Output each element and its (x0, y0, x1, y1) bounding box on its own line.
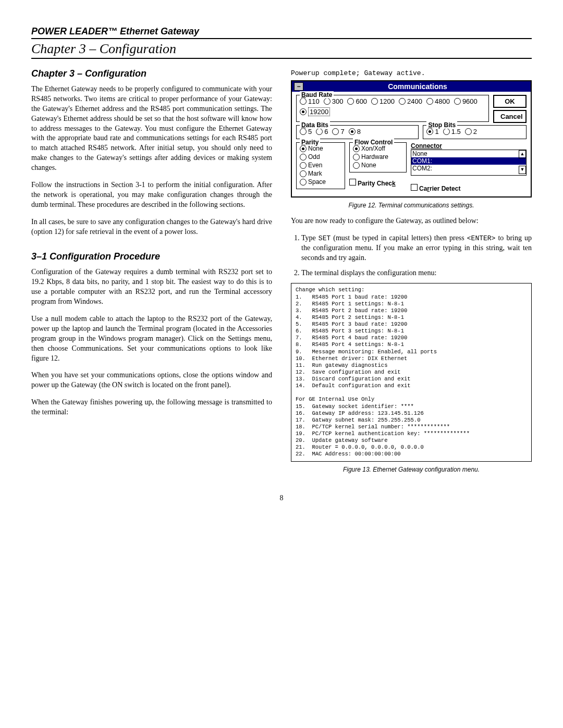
dialog-buttons: OK Cancel (493, 95, 527, 125)
baud-19200[interactable]: 19200 (300, 107, 330, 116)
parity-odd[interactable]: Odd (300, 153, 341, 161)
baud-rate-options: 110 300 600 1200 2400 4800 9600 19200 (300, 97, 485, 116)
data-bits-group: Data Bits 5 6 7 8 (296, 125, 419, 139)
parity-even[interactable]: Even (300, 162, 341, 169)
title-suffix: Ethernet Gateway (117, 26, 199, 36)
para-intro-2: Follow the instructions in Section 3-1 t… (31, 180, 272, 210)
data-7[interactable]: 7 (332, 128, 344, 135)
connector-none[interactable]: None (411, 150, 526, 157)
para-proc-3: When you have set your communications op… (31, 371, 272, 390)
section-heading-ch3: Chapter 3 – Configuration (31, 68, 272, 79)
page-number: 8 (31, 494, 532, 502)
config-menu-output: Change which setting: 1. RS485 Port 1 ba… (291, 283, 532, 461)
powerup-message: Powerup complete; Gateway active. (291, 69, 532, 77)
data-bits-label: Data Bits (300, 121, 330, 129)
figure-12-caption: Figure 12. Terminal communications setti… (291, 202, 532, 209)
ok-button[interactable]: OK (493, 95, 527, 108)
data-8[interactable]: 8 (349, 128, 361, 135)
baud-rate-group: Baud Rate 110 300 600 1200 2400 4800 960… (296, 95, 489, 122)
baud-4800[interactable]: 4800 (426, 97, 450, 105)
stop-1[interactable]: 1 (426, 128, 438, 135)
stop-bits-group: Stop Bits 1 1.5 2 (423, 125, 527, 139)
baud-rate-label: Baud Rate (300, 91, 334, 98)
flow-none[interactable]: None (353, 162, 403, 169)
baud-300[interactable]: 300 (324, 97, 344, 105)
connector-com2[interactable]: COM2: (411, 165, 526, 172)
para-proc-2: Use a null modem cable to attach the lap… (31, 314, 272, 363)
para-intro-3: In all cases, be sure to save any config… (31, 217, 272, 237)
baud-110[interactable]: 110 (300, 97, 320, 105)
baud-2400[interactable]: 2400 (399, 97, 422, 105)
step-2: The terminal displays the configuration … (301, 268, 532, 278)
parity-check-checkbox[interactable]: Parity Check (349, 179, 407, 187)
dialog-title-text: Communications (307, 82, 529, 91)
left-column: Chapter 3 – Configuration The Ethernet G… (31, 68, 272, 480)
parity-space[interactable]: Space (300, 178, 341, 186)
stop-1-5[interactable]: 1.5 (443, 128, 461, 135)
figure-13-caption: Figure 13. Ethernet Gateway configuratio… (291, 466, 532, 473)
config-steps-list: Type SET (must be typed in capital lette… (291, 233, 532, 278)
carrier-detect-checkbox[interactable]: Carrier Detect (411, 184, 527, 192)
data-6[interactable]: 6 (316, 128, 328, 135)
doc-header-subtitle: Chapter 3 – Configuration (31, 41, 532, 57)
parity-mark[interactable]: Mark (300, 170, 341, 177)
header-rule-bottom (31, 58, 532, 59)
step-1: Type SET (must be typed in capital lette… (301, 233, 532, 263)
communications-dialog: − Communications Baud Rate 110 300 600 1… (291, 80, 532, 198)
baud-1200[interactable]: 1200 (371, 97, 395, 105)
dialog-body: Baud Rate 110 300 600 1200 2400 4800 960… (292, 92, 531, 196)
baud-9600[interactable]: 9600 (454, 97, 478, 105)
connector-listbox[interactable]: ▲▼ None COM1: COM2: (411, 150, 527, 176)
section-heading-3-1: 3–1 Configuration Procedure (31, 251, 272, 262)
tm-symbol: ™ (108, 26, 117, 36)
header-rule-top (31, 38, 532, 39)
set-command: SET (319, 235, 331, 242)
connector-group: Connector ▲▼ None COM1: COM2: (411, 142, 527, 176)
right-column: Powerup complete; Gateway active. − Comm… (291, 68, 532, 480)
baud-600[interactable]: 600 (347, 97, 367, 105)
stop-2[interactable]: 2 (465, 128, 477, 135)
connector-com1[interactable]: COM1: (411, 157, 526, 165)
flow-xonxoff[interactable]: Xon/Xoff (353, 145, 403, 152)
scroll-up-icon[interactable]: ▲ (519, 150, 526, 158)
stop-bits-label: Stop Bits (426, 121, 457, 129)
flow-control-group: Flow Control Xon/Xoff Hardware None (349, 142, 407, 172)
doc-header-title: POWER LEADER™ Ethernet Gateway (31, 26, 532, 37)
para-ready: You are now ready to configure the Gatew… (291, 216, 532, 226)
dialog-titlebar[interactable]: − Communications (292, 81, 531, 92)
para-intro-1: The Ethernet Gateway needs to be properl… (31, 84, 272, 173)
parity-none[interactable]: None (300, 145, 341, 152)
cancel-button[interactable]: Cancel (493, 110, 527, 123)
para-proc-1: Configuration of the Gateway requires a … (31, 267, 272, 307)
title-prefix: POWER LEADER (31, 26, 108, 36)
parity-label: Parity (300, 139, 320, 146)
connector-label: Connector (411, 142, 442, 150)
data-5[interactable]: 5 (300, 128, 312, 135)
parity-group: Parity None Odd Even Mark Space (296, 142, 345, 189)
system-menu-icon[interactable]: − (294, 82, 303, 91)
flow-control-label: Flow Control (353, 139, 394, 146)
scroll-down-icon[interactable]: ▼ (519, 166, 526, 174)
flow-hardware[interactable]: Hardware (353, 153, 403, 161)
two-column-layout: Chapter 3 – Configuration The Ethernet G… (31, 68, 532, 480)
para-proc-4: When the Gateway finishes powering up, t… (31, 398, 272, 417)
enter-key: <ENTER> (467, 235, 496, 242)
